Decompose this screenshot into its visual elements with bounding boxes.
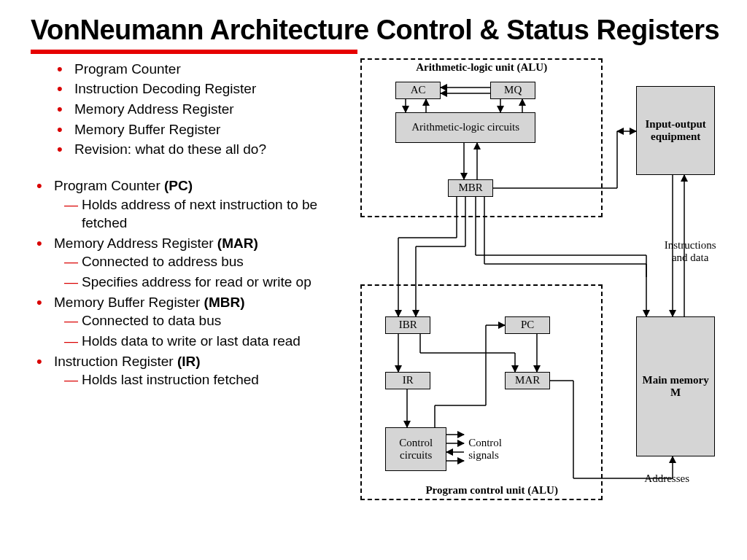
alu-title: Arithmetic-logic unit (ALU) <box>404 61 559 74</box>
addresses-label: Addresses <box>638 472 696 485</box>
mq-box: MQ <box>490 82 535 99</box>
bullet-item: Revision: what do these all do? <box>57 140 349 159</box>
sub-item: Holds last instruction fetched <box>64 370 349 389</box>
pcu-title: Program control unit (ALU) <box>411 484 572 497</box>
sub-item: Holds data to write or last data read <box>64 332 349 351</box>
architecture-diagram: Arithmetic-logic unit (ALU) AC MQ Arithm… <box>355 58 725 525</box>
pc-box: PC <box>505 316 550 334</box>
ac-box: AC <box>395 82 441 99</box>
slide-title: VonNeumann Architecture Control & Status… <box>31 15 725 47</box>
mar-box: MAR <box>505 372 550 389</box>
detail-item: Program Counter (PC) Holds address of ne… <box>34 176 349 233</box>
bullet-item: Instruction Decoding Register <box>57 79 349 98</box>
ctrl-box: Control circuits <box>385 427 446 471</box>
control-signals-label: Control signals <box>468 437 519 462</box>
bullet-list-top: Program Counter Instruction Decoding Reg… <box>57 60 349 159</box>
bullet-item: Program Counter <box>57 60 349 79</box>
detail-item: Memory Buffer Register (MBR) Connected t… <box>34 293 349 351</box>
alc-box: Arithmetic-logic circuits <box>395 112 535 143</box>
sub-item: Connected to data bus <box>64 311 349 330</box>
instr-data-label: Instructions and data <box>655 239 725 264</box>
sub-item: Connected to address bus <box>64 252 349 271</box>
bullet-list-detail: Program Counter (PC) Holds address of ne… <box>34 176 349 389</box>
io-box: Input-output equipment <box>636 86 715 175</box>
bullet-item: Memory Buffer Register <box>57 120 349 139</box>
title-underline <box>31 50 357 54</box>
detail-item: Memory Address Register (MAR) Connected … <box>34 234 349 292</box>
sub-item: Specifies address for read or write op <box>64 273 349 292</box>
sub-item: Holds address of next instruction to be … <box>64 195 349 233</box>
ibr-box: IBR <box>385 316 430 334</box>
detail-item: Instruction Register (IR) Holds last ins… <box>34 352 349 389</box>
mem-box: Main memory M <box>636 316 715 456</box>
text-column: Program Counter Instruction Decoding Reg… <box>31 58 355 525</box>
bullet-item: Memory Address Register <box>57 100 349 119</box>
ir-box: IR <box>385 372 430 389</box>
mbr-box: MBR <box>448 179 493 197</box>
